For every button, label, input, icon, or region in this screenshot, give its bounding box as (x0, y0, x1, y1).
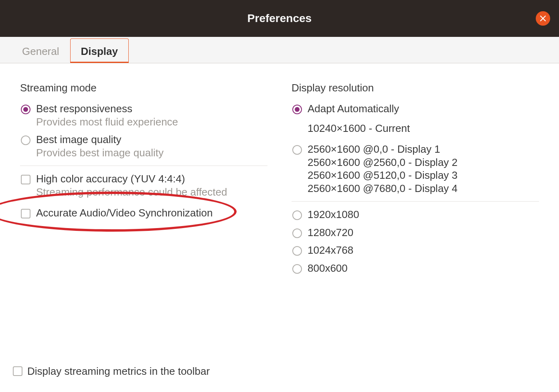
resolution-display-group-option[interactable]: 2560×1600 @0,0 - Display 1 2560×1600 @25… (292, 140, 539, 197)
radio-1280x720[interactable] (292, 228, 302, 238)
checkbox-color-accuracy[interactable] (21, 175, 30, 184)
radio-responsiveness[interactable] (21, 105, 30, 114)
tab-display[interactable]: Display (70, 38, 129, 63)
radio-800x600[interactable] (292, 264, 302, 274)
res-1920x1080-label: 1920x1080 (308, 208, 539, 221)
resolution-1280x720[interactable]: 1280x720 (292, 224, 539, 242)
resolution-adapt-option[interactable]: Adapt Automatically (292, 100, 539, 118)
av-sync-label: Accurate Audio/Video Synchronization (36, 206, 267, 220)
display-line-1: 2560×1600 @0,0 - Display 1 (308, 143, 539, 156)
adapt-current: 10240×1600 - Current (308, 122, 539, 135)
image-quality-sub: Provides best image quality (36, 146, 267, 160)
right-column: Display resolution Adapt Automatically 1… (292, 82, 539, 384)
image-quality-label: Best image quality (36, 133, 267, 146)
checkbox-av-sync[interactable] (21, 209, 30, 218)
av-sync-option[interactable]: Accurate Audio/Video Synchronization (20, 204, 267, 222)
radio-1024x768[interactable] (292, 246, 302, 256)
res-800x600-label: 800x600 (308, 262, 539, 275)
display-line-3: 2560×1600 @5120,0 - Display 3 (308, 169, 539, 182)
radio-display-group[interactable] (292, 145, 302, 155)
color-accuracy-option[interactable]: High color accuracy (YUV 4:4:4) Streamin… (20, 170, 267, 201)
close-icon (540, 15, 546, 22)
color-accuracy-sub: Streaming performance could be affected (36, 186, 267, 199)
display-line-4: 2560×1600 @7680,0 - Display 4 (308, 182, 539, 195)
metrics-option[interactable]: Display streaming metrics in the toolbar (13, 365, 210, 378)
responsiveness-label: Best responsiveness (36, 102, 267, 115)
radio-1920x1080[interactable] (292, 210, 302, 220)
titlebar: Preferences (0, 0, 559, 37)
window-title: Preferences (247, 12, 312, 25)
content-area: Streaming mode Best responsiveness Provi… (0, 63, 559, 392)
res-1024x768-label: 1024x768 (308, 244, 539, 257)
display-line-2: 2560×1600 @2560,0 - Display 2 (308, 156, 539, 169)
res-1280x720-label: 1280x720 (308, 226, 539, 239)
radio-image-quality[interactable] (21, 135, 30, 145)
resolution-1024x768[interactable]: 1024x768 (292, 241, 539, 259)
radio-adapt[interactable] (292, 105, 302, 114)
metrics-label: Display streaming metrics in the toolbar (27, 365, 210, 378)
checkbox-metrics[interactable] (13, 366, 22, 376)
responsiveness-sub: Provides most fluid experience (36, 115, 267, 129)
tab-bar: General Display (0, 37, 559, 63)
adapt-label: Adapt Automatically (308, 102, 539, 115)
divider (20, 166, 267, 166)
streaming-option-responsiveness[interactable]: Best responsiveness Provides most fluid … (20, 100, 267, 131)
resolution-1920x1080[interactable]: 1920x1080 (292, 206, 539, 224)
resolution-title: Display resolution (292, 82, 539, 94)
close-button[interactable] (536, 11, 550, 26)
streaming-option-image-quality[interactable]: Best image quality Provides best image q… (20, 131, 267, 162)
streaming-mode-title: Streaming mode (20, 82, 267, 94)
left-column: Streaming mode Best responsiveness Provi… (20, 82, 267, 384)
resolution-800x600[interactable]: 800x600 (292, 259, 539, 277)
color-accuracy-label: High color accuracy (YUV 4:4:4) (36, 172, 267, 186)
divider (292, 201, 539, 202)
tab-general[interactable]: General (11, 38, 70, 63)
